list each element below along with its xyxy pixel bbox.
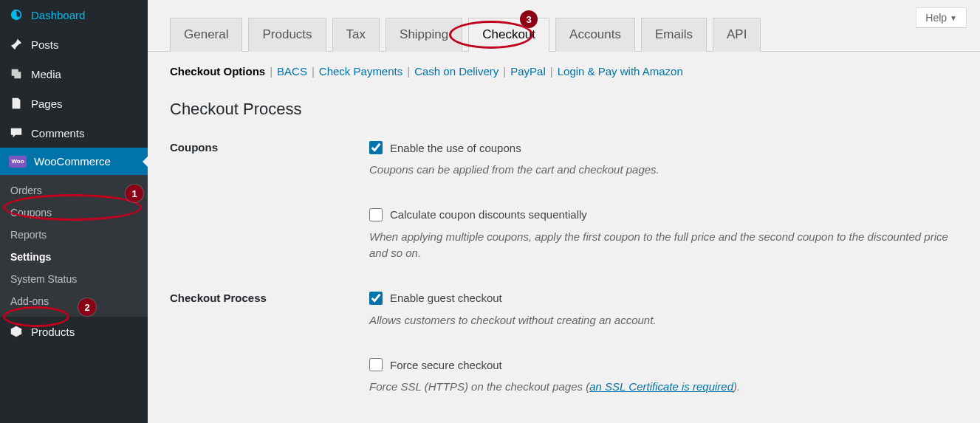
menu-comments[interactable]: Comments xyxy=(0,118,148,148)
submenu-settings[interactable]: Settings xyxy=(0,246,148,268)
tab-label: Emails xyxy=(655,27,693,41)
tab-label: Checkout xyxy=(482,27,535,41)
menu-posts[interactable]: Posts xyxy=(0,30,148,59)
menu-pages[interactable]: Pages xyxy=(0,89,148,118)
section-bacs[interactable]: BACS xyxy=(277,65,307,78)
submenu-label: System Status xyxy=(10,273,77,285)
annotation-badge-3: 3 xyxy=(520,10,538,28)
menu-label: Posts xyxy=(31,38,59,51)
force-ssl-desc-pre: Force SSL (HTTPS) on the checkout pages … xyxy=(369,380,589,393)
tab-products[interactable]: Products xyxy=(248,18,326,52)
settings-form: Coupons Enable the use of coupons Coupon… xyxy=(170,141,980,423)
row-label-coupons: Coupons xyxy=(170,141,369,208)
pages-icon xyxy=(9,96,24,111)
admin-sidebar: Dashboard Posts Media Pages Comments xyxy=(0,0,148,423)
comments-icon xyxy=(9,125,24,140)
row-label-checkout-process: Checkout Process xyxy=(170,292,369,359)
dashboard-icon xyxy=(9,7,24,22)
enable-coupons-desc: Coupons can be applied from the cart and… xyxy=(369,162,965,179)
menu-label: Products xyxy=(31,326,75,338)
menu-label: Pages xyxy=(31,97,63,110)
tab-emails[interactable]: Emails xyxy=(641,18,707,52)
guest-checkout-desc: Allows customers to checkout without cre… xyxy=(369,312,965,329)
media-icon xyxy=(9,66,24,81)
menu-label: WooCommerce xyxy=(34,155,111,168)
submenu-system-status[interactable]: System Status xyxy=(0,268,148,290)
products-icon xyxy=(9,324,24,339)
calc-sequential-desc: When applying multiple coupons, apply th… xyxy=(369,229,965,262)
enable-coupons-label: Enable the use of coupons xyxy=(390,142,521,154)
woocommerce-icon: Woo xyxy=(9,156,27,168)
menu-label: Media xyxy=(31,68,61,80)
tab-api[interactable]: API xyxy=(713,18,761,52)
tab-label: API xyxy=(727,27,747,41)
submenu-addons[interactable]: Add-ons xyxy=(0,290,148,312)
annotation-badge-2: 2 xyxy=(78,298,96,316)
menu-dashboard[interactable]: Dashboard xyxy=(0,0,148,30)
annotation-badge-1: 1 xyxy=(126,185,143,202)
calc-sequential-label: Calculate coupon discounts sequentially xyxy=(390,208,587,221)
separator: | xyxy=(503,65,506,78)
pin-icon xyxy=(9,37,24,52)
tab-label: Products xyxy=(262,27,312,41)
submenu-label: Orders xyxy=(10,185,42,196)
section-amazon[interactable]: Login & Pay with Amazon xyxy=(558,65,683,78)
page-heading: Checkout Process xyxy=(148,78,980,119)
force-ssl-desc-post: ). xyxy=(733,380,740,393)
separator: | xyxy=(407,65,410,78)
guest-checkout-checkbox[interactable] xyxy=(369,292,383,305)
submenu-label: Add-ons xyxy=(10,295,49,307)
section-checkout-options[interactable]: Checkout Options xyxy=(170,65,265,78)
submenu-label: Coupons xyxy=(10,207,52,219)
separator: | xyxy=(550,65,553,78)
settings-tabs: General Products Tax Shipping Checkout A… xyxy=(148,0,980,52)
enable-coupons-checkbox[interactable] xyxy=(369,141,383,154)
submenu-label: Reports xyxy=(10,229,47,241)
tab-shipping[interactable]: Shipping xyxy=(386,18,462,52)
force-ssl-desc: Force SSL (HTTPS) on the checkout pages … xyxy=(369,379,965,396)
tab-label: Shipping xyxy=(400,27,448,41)
submenu-label: Settings xyxy=(10,251,51,263)
menu-products[interactable]: Products xyxy=(0,317,148,346)
tab-general[interactable]: General xyxy=(170,18,242,52)
submenu-coupons[interactable]: Coupons xyxy=(0,202,148,224)
ssl-certificate-link[interactable]: an SSL Certificate is required xyxy=(589,380,733,393)
guest-checkout-label: Enable guest checkout xyxy=(390,292,502,304)
tab-label: Tax xyxy=(346,27,366,41)
section-check-payments[interactable]: Check Payments xyxy=(319,65,402,78)
section-paypal[interactable]: PayPal xyxy=(510,65,546,78)
menu-woocommerce[interactable]: Woo WooCommerce xyxy=(0,148,148,175)
menu-media[interactable]: Media xyxy=(0,59,148,89)
force-ssl-label: Force secure checkout xyxy=(390,359,502,371)
checkout-sections: Checkout Options | BACS | Check Payments… xyxy=(148,52,980,78)
menu-label: Dashboard xyxy=(31,9,85,21)
tab-label: Accounts xyxy=(569,27,621,41)
tab-label: General xyxy=(184,27,228,41)
menu-label: Comments xyxy=(31,127,85,140)
separator: | xyxy=(270,65,273,78)
calc-sequential-checkbox[interactable] xyxy=(369,208,383,221)
tab-accounts[interactable]: Accounts xyxy=(555,18,635,52)
section-cod[interactable]: Cash on Delivery xyxy=(414,65,498,78)
tab-tax[interactable]: Tax xyxy=(332,18,380,52)
tab-checkout[interactable]: Checkout xyxy=(468,18,549,52)
content-area: Help ▼ General Products Tax Shipping Che… xyxy=(148,0,980,423)
separator: | xyxy=(312,65,315,78)
submenu-reports[interactable]: Reports xyxy=(0,224,148,246)
force-ssl-checkbox[interactable] xyxy=(369,358,383,371)
